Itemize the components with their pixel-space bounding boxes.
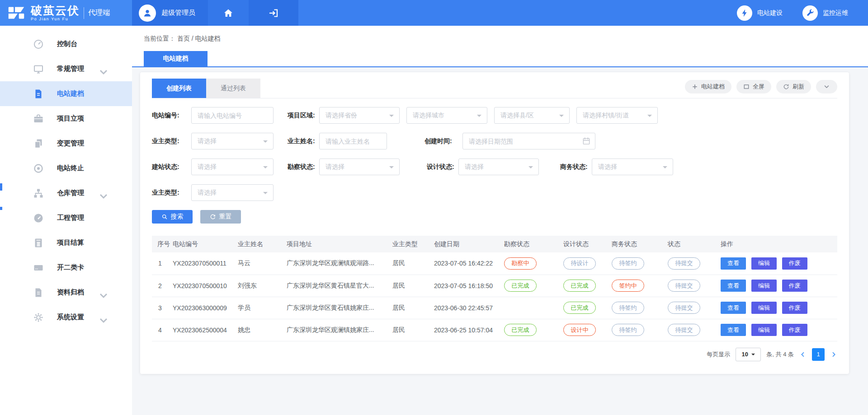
- station-no-input[interactable]: [191, 107, 274, 124]
- col-business: 商务状态: [611, 236, 667, 252]
- sidebar-item-warehouse-mgmt[interactable]: 仓库管理: [0, 181, 132, 205]
- table-row: 1 YX2023070500011 马云 广东深圳龙华区观澜镇观湖路... 居民…: [152, 252, 837, 275]
- cell-status: 待提交: [667, 252, 720, 275]
- status-badge: 已完成: [504, 280, 537, 292]
- owner-name-input[interactable]: [319, 133, 387, 149]
- sidebar-item-console[interactable]: 控制台: [0, 32, 132, 56]
- refresh-button[interactable]: 刷新: [776, 80, 811, 93]
- sidebar-item-open-type2-card[interactable]: 开二类卡: [0, 255, 132, 280]
- edit-button[interactable]: 编辑: [751, 257, 777, 270]
- status-badge: 待提交: [668, 302, 700, 314]
- owner-type-placeholder: 请选择: [198, 137, 217, 145]
- cell-status: 待提交: [667, 275, 720, 297]
- void-button[interactable]: 作废: [782, 257, 807, 270]
- city-select[interactable]: 请选择城市: [406, 107, 487, 124]
- logo[interactable]: 破茧云伏 Po Jian Yun Fu 代理端: [0, 0, 132, 26]
- edit-button[interactable]: 编辑: [751, 324, 777, 336]
- sidebar-item-project-initiation[interactable]: 项目立项: [0, 106, 132, 131]
- breadcrumb: 当前位置： 首页 / 电站建档: [144, 26, 868, 51]
- cell-owner: 马云: [237, 252, 286, 275]
- bolt-circle: [737, 5, 752, 21]
- void-button[interactable]: 作废: [782, 324, 807, 336]
- build-status-select[interactable]: 请选择: [191, 159, 274, 175]
- owner-type-select[interactable]: 请选择: [191, 133, 274, 149]
- void-button[interactable]: 作废: [782, 280, 807, 292]
- date-range-input[interactable]: [462, 133, 595, 149]
- edit-button[interactable]: 编辑: [751, 302, 777, 314]
- collapse-button[interactable]: [816, 80, 837, 93]
- prev-page-icon[interactable]: [799, 351, 807, 358]
- view-button[interactable]: 查看: [721, 257, 746, 270]
- cell-survey: 勘察中: [503, 252, 562, 275]
- reset-button[interactable]: 重置: [200, 210, 241, 224]
- logout-button[interactable]: [249, 0, 298, 26]
- province-select[interactable]: 请选择省份: [319, 107, 400, 124]
- filter-actions: 搜索 重置: [152, 210, 837, 224]
- cell-business: 待签约: [611, 252, 667, 275]
- status-badge: 勘察中: [504, 257, 537, 270]
- sidebar-item-engineering-mgmt[interactable]: 工程管理: [0, 205, 132, 230]
- search-icon: [161, 214, 168, 220]
- cell-ops: 查看 编辑 作废: [720, 252, 837, 275]
- street-select[interactable]: 请选择村镇/街道: [576, 107, 658, 124]
- col-status: 状态: [667, 236, 720, 252]
- reset-icon: [210, 214, 216, 220]
- card-icon: [33, 262, 44, 273]
- nav-station-build[interactable]: 电站建设: [737, 0, 783, 26]
- date-range-picker[interactable]: [462, 133, 595, 149]
- user-menu[interactable]: 超级管理员: [132, 0, 208, 26]
- sidebar-item-project-settlement[interactable]: 项目结算: [0, 230, 132, 255]
- view-button[interactable]: 查看: [721, 324, 746, 336]
- page-number[interactable]: 1: [812, 348, 825, 361]
- owner-type2-select[interactable]: 请选择: [191, 184, 274, 201]
- edit-button[interactable]: 编辑: [751, 280, 777, 292]
- cell-created: 2023-07-05 16:42:22: [433, 252, 503, 275]
- city-placeholder: 请选择城市: [413, 112, 444, 120]
- filter-row-2: 业主类型: 请选择 业主姓名: 创建时间:: [152, 133, 837, 149]
- view-button[interactable]: 查看: [721, 302, 746, 314]
- district-select[interactable]: 请选择县/区: [494, 107, 570, 124]
- breadcrumb-home[interactable]: 首页: [177, 35, 190, 42]
- sidebar-item-station-terminate[interactable]: 电站终止: [0, 156, 132, 181]
- sidebar-item-system-settings[interactable]: 系统设置: [0, 305, 132, 330]
- page-tab-station-archive[interactable]: 电站建档: [144, 51, 208, 66]
- sidebar-scroll-indicator[interactable]: [0, 183, 2, 191]
- design-status-select[interactable]: 请选择: [458, 159, 539, 175]
- view-button[interactable]: 查看: [721, 280, 746, 292]
- sidebar-scroll-indicator[interactable]: [0, 207, 2, 210]
- file-icon: [33, 89, 44, 99]
- chevron-down-icon: [98, 315, 109, 326]
- sidebar-item-station-archive[interactable]: 电站建档: [0, 81, 132, 106]
- sidebar-item-general-mgmt[interactable]: 常规管理: [0, 56, 132, 81]
- sidebar-item-label: 系统设置: [57, 313, 84, 322]
- filter-row-3: 建站状态: 请选择 勘察状态: 请选择 设计状态: 请选择 商务状态: 请选择: [152, 159, 837, 175]
- next-page-icon[interactable]: [830, 351, 837, 358]
- search-button[interactable]: 搜索: [152, 210, 193, 224]
- cell-owner-type: 居民: [392, 319, 433, 341]
- total-label: 条, 共 4 条: [766, 350, 794, 359]
- logo-title: 破茧云伏: [31, 5, 80, 16]
- nav-monitor-ops[interactable]: 监控运维: [802, 0, 848, 26]
- sidebar-item-data-archive[interactable]: 资料归档: [0, 280, 132, 305]
- plus-icon: [692, 84, 698, 90]
- survey-status-select[interactable]: 请选择: [319, 159, 400, 175]
- tab-passed-list[interactable]: 通过列表: [206, 79, 260, 98]
- business-status-select[interactable]: 请选择: [592, 159, 673, 175]
- add-station-button[interactable]: 电站建档: [685, 80, 731, 93]
- per-page-select[interactable]: 10: [736, 348, 761, 361]
- sidebar-item-label: 开二类卡: [57, 263, 84, 272]
- logout-icon: [268, 8, 279, 19]
- survey-status-label: 勘察状态:: [288, 163, 319, 171]
- home-button[interactable]: [208, 0, 249, 26]
- cell-business: 待签约: [611, 297, 667, 319]
- cell-design: 已完成: [562, 275, 611, 297]
- fullscreen-button[interactable]: 全屏: [736, 80, 771, 93]
- status-badge: 设计中: [563, 324, 596, 336]
- filter-form: 电站编号: 项目区域: 请选择省份 请选择城市 请选择县/区 请选择村镇/街道 …: [152, 107, 837, 201]
- cell-address: 广东深圳龙华区观澜镇观湖路...: [286, 252, 392, 275]
- tab-create-list[interactable]: 创建列表: [152, 79, 206, 98]
- void-button[interactable]: 作废: [782, 302, 807, 314]
- cell-business: 签约中: [611, 275, 667, 297]
- sidebar-item-change-mgmt[interactable]: 变更管理: [0, 131, 132, 156]
- sidebar-item-label: 仓库管理: [57, 189, 84, 197]
